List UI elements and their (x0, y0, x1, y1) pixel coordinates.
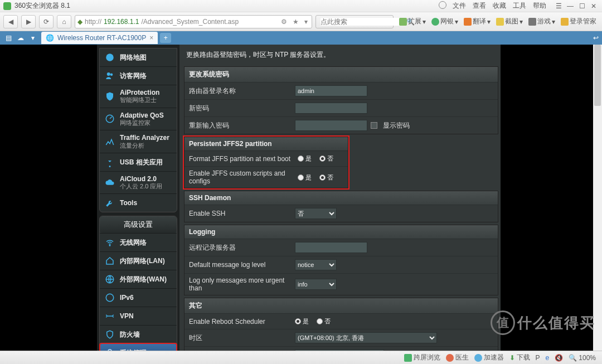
svg-point-1 (107, 72, 110, 76)
tab-back-icon[interactable]: ↩ (590, 32, 602, 43)
tb-trans[interactable]: 翻译▾ (462, 17, 493, 26)
tb-net[interactable]: 网银▾ (429, 17, 460, 26)
browser-tab[interactable]: 🌐 Wireless Router RT-AC1900P × (41, 32, 158, 44)
sidebar-item-vpn[interactable]: VPN (100, 307, 177, 325)
show-password-checkbox[interactable] (371, 122, 377, 129)
menu-view[interactable]: 查看 (470, 1, 489, 11)
show-password-label: 显示密码 (383, 121, 410, 130)
format-jffs-no[interactable]: 否 (319, 154, 333, 163)
back-button[interactable]: ◀ (3, 15, 18, 28)
sidebar-item-ipv6[interactable]: IPv6 (100, 288, 177, 307)
status-accel[interactable]: 加速器 (472, 353, 507, 362)
sidebar-item-usb[interactable]: USB 相关应用 (100, 153, 177, 171)
close-button[interactable]: ✕ (589, 2, 599, 10)
status-mute[interactable]: 🔇 (552, 354, 566, 362)
reboot-yes[interactable]: 是 (295, 317, 309, 326)
sidebar-item-wan[interactable]: 外部网络(WAN) (100, 270, 177, 288)
urgent-select[interactable]: info (295, 279, 337, 290)
tb-shot[interactable]: 截图▾ (494, 17, 525, 26)
new-tab-button[interactable]: + (160, 33, 171, 43)
tab-menu-icon[interactable]: ▾ (27, 32, 39, 43)
sidebar-item-map[interactable]: 网络地图 (100, 48, 177, 66)
tb-ext[interactable]: 扩展▾ (397, 17, 428, 26)
scrollbar-thumb[interactable] (594, 45, 601, 106)
settings-icon[interactable]: ☰ (554, 2, 564, 10)
cloud-icon[interactable]: ☁ (14, 32, 27, 43)
page-viewport: 网络地图 访客网络 AiProtection智能网络卫士 Adaptive Qo… (0, 45, 602, 351)
status-download[interactable]: ⬇下载 (507, 353, 533, 362)
enable-ssh-select[interactable]: 否 (295, 208, 337, 219)
url-prefix: http:// (85, 18, 101, 26)
search-box[interactable]: 🔍 (315, 15, 394, 28)
sidebar-section-general: 网络地图 访客网络 AiProtection智能网络卫士 Adaptive Qo… (99, 48, 177, 212)
sidebar-item-qos[interactable]: Adaptive QoS网络监控家 (100, 108, 177, 130)
browser-status-bar: 跨屏浏览 医生 加速器 ⬇下载 P e 🔇 🔍100% (0, 351, 602, 364)
browser-title-bar: 360安全浏览器 8.1 文件 查看 收藏 工具 帮助 ☰ — ☐ ✕ (0, 0, 602, 12)
sidebar-item-guest[interactable]: 访客网络 (100, 66, 177, 85)
status-doctor[interactable]: 医生 (443, 353, 472, 362)
remote-log-input[interactable] (295, 242, 367, 253)
forward-button[interactable]: ▶ (21, 15, 36, 28)
url-bar[interactable]: ◆ http://192.168.1.1/Advanced_System_Con… (75, 15, 312, 28)
row-log-level: Default message log levelnotice (185, 256, 498, 273)
retype-password-input[interactable] (295, 120, 367, 131)
row-retype-password: 重新输入密码显示密码 (185, 117, 498, 134)
maximize-button[interactable]: ☐ (577, 2, 587, 10)
menu-file[interactable]: 文件 (450, 1, 469, 11)
minimize-button[interactable]: — (565, 2, 575, 10)
sidebar-item-traffic[interactable]: Traffic Analyzer流量分析 (100, 130, 177, 153)
sidebar-item-aicloud[interactable]: AiCloud 2.0个人云 2.0 应用 (100, 171, 177, 194)
shield-icon: ◆ (77, 18, 82, 26)
page-scrollbar[interactable] (593, 45, 602, 351)
status-p[interactable]: P (533, 354, 543, 362)
window-buttons: ☰ — ☐ ✕ (554, 2, 599, 10)
svg-point-2 (110, 74, 113, 76)
sidebar-item-tools[interactable]: Tools (100, 193, 177, 212)
search-input[interactable] (321, 18, 404, 26)
timezone-select[interactable]: (GMT+08:00) 北京, 香港 (295, 332, 437, 343)
sidebar-item-firewall[interactable]: 防火墙 (100, 325, 177, 343)
svg-point-0 (106, 54, 114, 61)
status-cross[interactable]: 跨屏浏览 (401, 353, 443, 362)
enable-jffs-yes[interactable]: 是 (298, 173, 312, 182)
ntp-input[interactable] (295, 350, 384, 351)
sidebar-section-advanced: 高级设置 无线网络 内部网络(LAN) 外部网络(WAN) IPv6 VPN 防… (99, 216, 177, 351)
tb-game[interactable]: 游戏▾ (526, 17, 557, 26)
status-zoom[interactable]: 🔍100% (566, 354, 599, 362)
new-password-input[interactable] (295, 103, 367, 114)
row-enable-ssh: Enable SSH否 (185, 205, 498, 222)
watermark-text: 什么值得买 (517, 313, 595, 333)
format-jffs-yes[interactable]: 是 (298, 154, 312, 163)
login-name-input[interactable] (295, 85, 367, 96)
sidebar-item-admin[interactable]: 系统管理 (100, 343, 177, 351)
menu-tools[interactable]: 工具 (510, 1, 529, 11)
dropdown-icon[interactable]: ▾ (303, 18, 309, 26)
row-format-jffs: Format JFFS partition at next boot 是 否 (185, 151, 348, 166)
menu-fav[interactable]: 收藏 (490, 1, 509, 11)
tab-list-icon[interactable]: ▤ (2, 32, 14, 43)
enable-jffs-no[interactable]: 否 (319, 173, 333, 182)
section-password-header: 更改系统密码 (185, 67, 498, 82)
status-e[interactable]: e (543, 354, 552, 362)
menu-help[interactable]: 帮助 (530, 1, 549, 11)
compat-icon[interactable]: ⚙ (279, 18, 289, 26)
watermark: 值 什么值得买 (491, 307, 602, 338)
url-path: /Advanced_System_Content.asp (141, 18, 239, 26)
reboot-no[interactable]: 否 (317, 317, 331, 326)
sidebar-item-lan[interactable]: 内部网络(LAN) (100, 251, 177, 270)
browser-menu: 文件 查看 收藏 工具 帮助 (439, 1, 549, 11)
url-ip: 192.168.1.1 (104, 18, 139, 26)
home-button[interactable]: ⌂ (57, 15, 71, 28)
sidebar-item-aiprotection[interactable]: AiProtection智能网络卫士 (100, 85, 177, 108)
user-icon[interactable] (439, 1, 446, 9)
sidebar-item-wireless[interactable]: 无线网络 (100, 233, 177, 251)
row-enable-jffs: Enable JFFS custom scripts and configs 是… (185, 166, 348, 188)
reload-button[interactable]: ⟳ (39, 15, 54, 28)
tab-close-icon[interactable]: × (149, 34, 153, 42)
log-level-select[interactable]: notice (295, 259, 337, 270)
star-icon[interactable]: ★ (291, 18, 300, 26)
tb-login[interactable]: 登录管家 (559, 17, 599, 26)
section-other-header: 其它 (185, 298, 498, 313)
content-area: 更换路由器登陆密码，时区与 NTP 服务器设置。 更改系统密码 路由器登录名称 … (179, 45, 501, 351)
section-ssh: SSH Daemon Enable SSH否 (184, 191, 498, 222)
